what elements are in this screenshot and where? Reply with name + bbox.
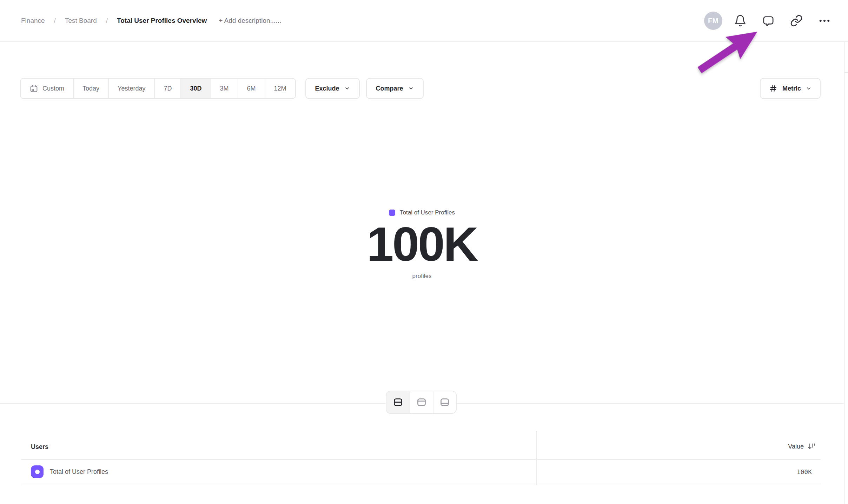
value-column-sort[interactable]: Value [536,442,821,451]
top-bar: Finance / Test Board / Total User Profil… [0,0,848,42]
metric-dropdown[interactable]: Metric [760,78,821,99]
table-column-divider [536,431,537,485]
share-link-button[interactable] [786,11,807,31]
breakdown-table: Users Value Total of User Profiles 100K [21,404,821,484]
series-value: 100K [536,468,821,476]
comments-button[interactable] [758,11,779,31]
chevron-down-icon [344,86,350,91]
chevron-down-icon [408,86,414,91]
legend-label: Total of User Profiles [400,209,455,216]
breadcrumb-separator: / [106,17,108,25]
right-rail-tick [844,72,848,73]
breadcrumb-test-board[interactable]: Test Board [65,17,97,25]
ellipsis-icon [818,14,831,27]
breadcrumb-separator: / [54,17,56,25]
link-icon [790,14,803,27]
legend-swatch [389,210,395,216]
exclude-dropdown[interactable]: Exclude [305,78,360,99]
calendar-icon [29,84,38,93]
date-range-12m[interactable]: 12M [265,79,295,98]
date-range-6m[interactable]: 6M [238,79,265,98]
users-column-header: Users [21,443,536,451]
series-label: Total of User Profiles [50,468,108,476]
date-range-yesterday[interactable]: Yesterday [108,79,154,98]
sort-descending-icon [807,442,816,451]
metric-legend[interactable]: Total of User Profiles [389,209,455,216]
table-row[interactable]: Total of User Profiles 100K [21,460,821,484]
date-range-custom[interactable]: Custom [21,79,73,98]
bell-icon [734,14,747,27]
avatar[interactable]: FM [704,12,722,30]
notifications-button[interactable] [730,11,750,31]
metric-value: 100K [367,217,477,271]
compare-dropdown[interactable]: Compare [366,78,424,99]
hash-icon [769,84,777,93]
compare-label: Compare [376,85,403,92]
exclude-label: Exclude [315,85,339,92]
metric-card: Total of User Profiles 100K profiles [0,209,844,280]
date-range-30d[interactable]: 30D [180,79,210,98]
date-range-today[interactable]: Today [73,79,108,98]
report-toolbar: Custom Today Yesterday 7D 30D 3M 6M 12M … [20,78,821,99]
date-range-label: Custom [42,85,64,92]
series-cell: Total of User Profiles [21,465,536,478]
breadcrumb-finance[interactable]: Finance [21,17,45,25]
table-header-row: Users Value [21,404,821,460]
date-range-3m[interactable]: 3M [211,79,238,98]
page-title: Total User Profiles Overview [117,17,207,25]
date-range-7d[interactable]: 7D [154,79,180,98]
value-column-label: Value [788,443,804,450]
metric-label: Metric [782,85,801,92]
series-swatch-icon [31,465,44,478]
breadcrumb: Finance / Test Board / Total User Profil… [21,17,281,25]
metric-unit: profiles [412,273,432,280]
right-rail [844,42,848,504]
comment-icon [762,14,775,27]
topbar-actions: FM [704,11,835,31]
more-options-button[interactable] [814,11,835,31]
chevron-down-icon [806,86,811,91]
date-range-control: Custom Today Yesterday 7D 30D 3M 6M 12M [20,78,296,99]
dashboard-page: Finance / Test Board / Total User Profil… [0,0,848,504]
add-description-button[interactable]: + Add description...... [219,17,281,25]
